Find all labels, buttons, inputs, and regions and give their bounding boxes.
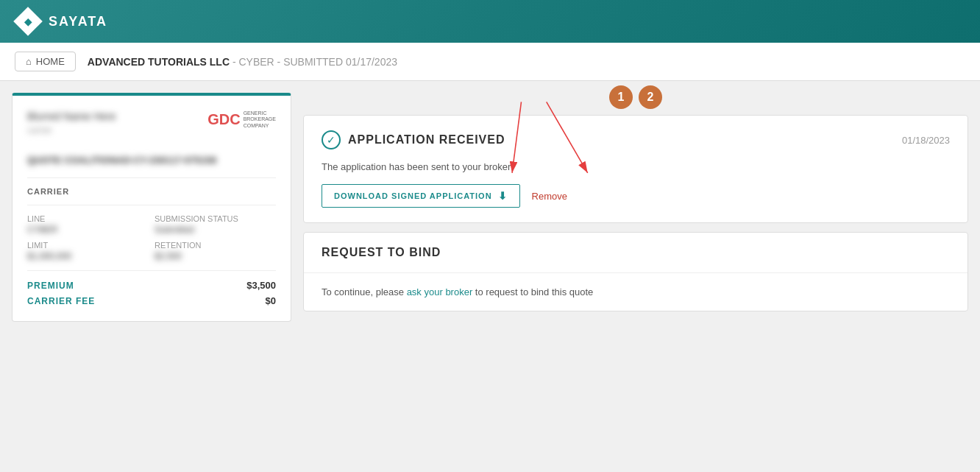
application-received-title: APPLICATION RECEIVED xyxy=(348,133,505,147)
breadcrumb-submitted: SUBMITTED 01/17/2023 xyxy=(283,56,397,68)
bind-body-text: To continue, please xyxy=(322,286,407,297)
home-label: HOME xyxy=(36,56,65,67)
line-info: LINE CYBER xyxy=(27,214,149,235)
main-content: Blurred Name Here carrier GDC GENERICBRO… xyxy=(0,81,980,334)
remove-link[interactable]: Remove xyxy=(532,191,567,202)
left-panel: Blurred Name Here carrier GDC GENERICBRO… xyxy=(12,93,291,322)
step-1-circle: 1 xyxy=(609,85,633,109)
limit-info: LIMIT $1,000,000 xyxy=(27,241,149,261)
info-grid: LINE CYBER SUBMISSION STATUS Submitted L… xyxy=(27,214,276,261)
carrier-fee-row: CARRIER FEE $0 xyxy=(27,295,276,306)
blurred-name: Blurred Name Here xyxy=(27,110,116,122)
gdc-logo-sub: GENERICBROKERAGECOMPANY xyxy=(244,110,276,129)
retention-label: RETENTION xyxy=(155,241,276,250)
breadcrumb-bar: ⌂ HOME ADVANCED TUTORIALS LLC - CYBER - … xyxy=(0,43,980,81)
carrier-label: CARRIER xyxy=(27,187,276,196)
bind-card-title: REQUEST TO BIND xyxy=(322,246,441,258)
download-signed-application-button[interactable]: DOWNLOAD SIGNED APPLICATION ⬇ xyxy=(322,184,520,208)
blurred-sub: carrier xyxy=(27,125,116,135)
carrier-fee-label: CARRIER FEE xyxy=(27,296,95,306)
carrier-fee-value: $0 xyxy=(266,295,276,306)
line-label: LINE xyxy=(27,214,149,223)
home-button[interactable]: ⌂ HOME xyxy=(15,52,76,71)
card-title-row: ✓ APPLICATION RECEIVED xyxy=(322,130,505,149)
card-header: ✓ APPLICATION RECEIVED 01/18/2023 xyxy=(322,130,950,149)
step-2-circle: 2 xyxy=(639,85,662,109)
blurred-info: Blurred Name Here carrier xyxy=(27,110,116,147)
breadcrumb-product: CYBER xyxy=(238,56,274,68)
application-received-date: 01/18/2023 xyxy=(902,135,950,146)
breadcrumb-status: - xyxy=(277,56,284,68)
step-indicators: 1 2 xyxy=(609,85,662,109)
submission-status-value: Submitted xyxy=(155,225,276,235)
bind-body-suffix: to request to bind this quote xyxy=(475,286,593,297)
breadcrumb: ADVANCED TUTORIALS LLC - CYBER - SUBMITT… xyxy=(88,56,397,68)
submission-status-info: SUBMISSION STATUS Submitted xyxy=(155,214,276,235)
premium-value: $3,500 xyxy=(246,280,276,291)
limit-value: $1,000,000 xyxy=(27,251,149,261)
limit-label: LIMIT xyxy=(27,241,149,250)
premium-row: PREMIUM $3,500 xyxy=(27,280,276,291)
quote-number: QUOTE COALITIONAD-CY-230117-075158 xyxy=(27,155,276,166)
retention-info: RETENTION $2,500 xyxy=(155,241,276,261)
home-icon: ⌂ xyxy=(26,56,32,67)
check-icon: ✓ xyxy=(322,130,341,149)
top-navigation: ◆ SAYATA xyxy=(0,0,980,43)
logo-row: Blurred Name Here carrier GDC GENERICBRO… xyxy=(27,110,276,147)
company-name: ADVANCED TUTORIALS LLC xyxy=(88,56,230,68)
logo-container: ◆ SAYATA xyxy=(15,8,107,35)
gdc-logo: GDC GENERICBROKERAGECOMPANY xyxy=(207,110,276,129)
card-actions: DOWNLOAD SIGNED APPLICATION ⬇ Remove xyxy=(322,184,950,208)
application-received-body: The application has been sent to your br… xyxy=(322,161,950,172)
request-to-bind-card: REQUEST TO BIND To continue, please ask … xyxy=(303,232,968,311)
bind-card-body: To continue, please ask your broker to r… xyxy=(304,273,967,311)
application-received-card: ✓ APPLICATION RECEIVED 01/18/2023 The ap… xyxy=(303,115,968,223)
right-panel: 1 2 ✓ APPLICATION RECEIVED 01/18/2023 xyxy=(303,93,968,322)
submission-status-label: SUBMISSION STATUS xyxy=(155,214,276,223)
bind-card-header: REQUEST TO BIND xyxy=(304,233,967,273)
gdc-logo-text: GDC xyxy=(207,111,240,128)
download-button-label: DOWNLOAD SIGNED APPLICATION xyxy=(334,191,492,200)
logo-text: SAYATA xyxy=(49,14,107,29)
retention-value: $2,500 xyxy=(155,251,276,261)
ask-broker-link[interactable]: ask your broker xyxy=(407,286,473,297)
download-icon: ⬇ xyxy=(498,190,508,202)
premium-label: PREMIUM xyxy=(27,281,74,291)
line-value: CYBER xyxy=(27,225,149,235)
